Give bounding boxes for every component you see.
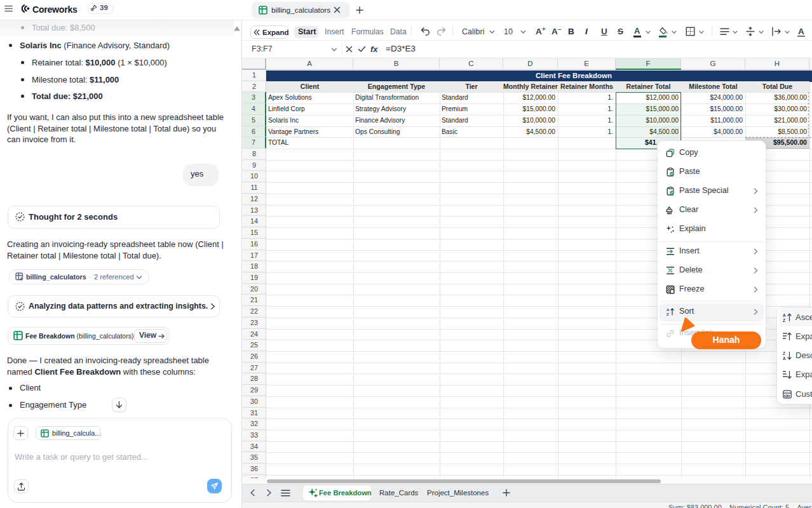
svg-text:A: A — [783, 356, 786, 361]
svg-text:Z: Z — [783, 318, 785, 323]
svg-text:A: A — [667, 307, 670, 312]
svg-text:Z: Z — [667, 312, 669, 316]
svg-text:Z: Z — [783, 351, 785, 356]
svg-text:A: A — [783, 313, 786, 318]
